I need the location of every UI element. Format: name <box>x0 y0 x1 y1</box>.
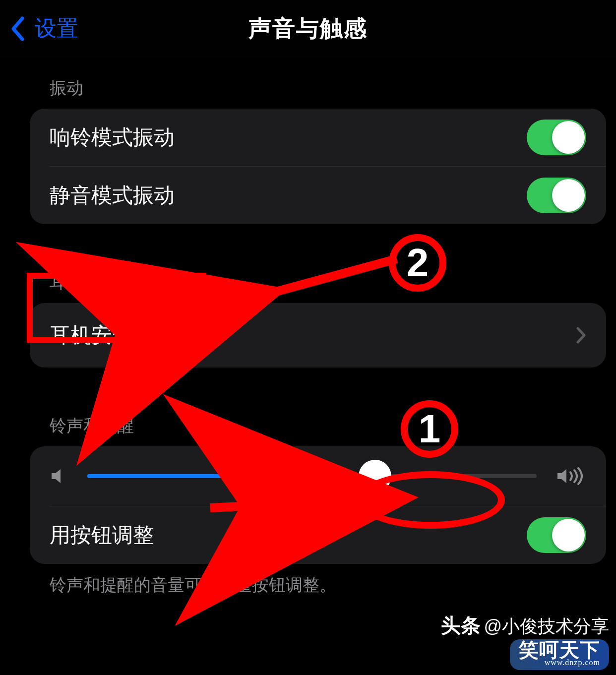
section-label-ringer: 铃声和提醒 <box>30 415 606 437</box>
toggle-ring-vibrate[interactable] <box>527 120 586 155</box>
toggle-silent-vibrate[interactable] <box>527 178 586 213</box>
volume-slider[interactable] <box>87 474 537 478</box>
section-label-vibrate: 振动 <box>30 77 606 100</box>
row-change-with-buttons-label: 用按钮调整 <box>50 521 154 549</box>
row-silent-vibrate-label: 静音模式振动 <box>50 182 175 209</box>
group-ringer: 用按钮调整 <box>30 446 606 564</box>
row-headphone-safety-label: 耳机安全 <box>50 321 133 349</box>
header: 设置 声音与触感 <box>0 0 616 57</box>
watermark: 头条 @小俊技术分享 笑呵天下 www.dnzp.com <box>441 614 609 670</box>
settings-scroll[interactable]: 振动 响铃模式振动 静音模式振动 耳机音频 耳机安全 铃声和提醒 <box>0 57 606 675</box>
row-ring-vibrate-label: 响铃模式振动 <box>50 123 175 151</box>
group-headphone: 耳机安全 <box>30 303 606 368</box>
row-ring-vibrate[interactable]: 响铃模式振动 <box>30 109 606 166</box>
back-button[interactable]: 设置 <box>10 0 78 57</box>
volume-high-icon <box>556 467 586 485</box>
toggle-change-with-buttons[interactable] <box>527 517 586 553</box>
chevron-left-icon <box>10 16 25 41</box>
watermark-tag: 头条 <box>441 614 481 636</box>
row-change-with-buttons[interactable]: 用按钮调整 <box>30 506 606 564</box>
row-headphone-safety[interactable]: 耳机安全 <box>30 303 606 368</box>
section-label-headphone: 耳机音频 <box>30 271 606 294</box>
row-volume-slider <box>30 446 606 506</box>
watermark-handle: @小俊技术分享 <box>484 616 609 636</box>
footer-note: 铃声和提醒的音量可用音量按钮调整。 <box>30 574 606 597</box>
volume-low-icon <box>50 467 67 485</box>
group-vibrate: 响铃模式振动 静音模式振动 <box>30 109 606 224</box>
back-label: 设置 <box>35 14 78 43</box>
page-title: 声音与触感 <box>0 13 616 44</box>
row-silent-vibrate[interactable]: 静音模式振动 <box>30 167 606 224</box>
chevron-right-icon <box>576 327 586 344</box>
